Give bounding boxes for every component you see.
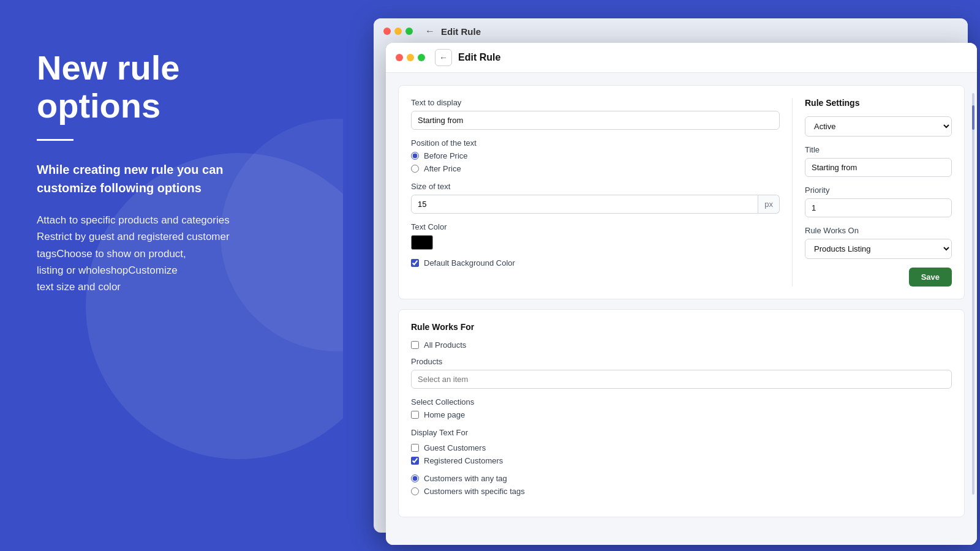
status-group: Active Inactive <box>805 116 952 137</box>
bg-window-dots <box>383 28 413 35</box>
rule-works-on-group: Rule Works On Products Listing All Produ… <box>805 226 952 259</box>
guest-customers-label: Guest Customers <box>424 443 486 452</box>
top-card: Text to display Position of the text Bef… <box>398 85 965 299</box>
specific-tags-label: Customers with specific tags <box>424 487 525 496</box>
specific-tags-radio[interactable] <box>411 487 419 495</box>
save-button[interactable]: Save <box>909 268 952 287</box>
products-label: Products <box>411 357 952 366</box>
customer-tags-group: Customers with any tag Customers with sp… <box>411 474 952 496</box>
registered-customers-row[interactable]: Registered Customers <box>411 456 952 465</box>
position-before-price[interactable]: Before Price <box>411 151 780 160</box>
products-group: Products <box>411 357 952 389</box>
default-bg-label: Default Background Color <box>424 258 515 268</box>
after-price-radio[interactable] <box>411 165 419 173</box>
default-bg-row[interactable]: Default Background Color <box>411 258 780 268</box>
scrollbar-thumb[interactable] <box>972 105 974 130</box>
right-panel: ← Edit Rule ← Edit Rule <box>343 0 980 551</box>
hero-title: New rule options <box>37 49 306 124</box>
rule-works-on-label: Rule Works On <box>805 226 952 235</box>
subtitle: While creating new rule you can customiz… <box>37 160 306 197</box>
any-tag-row[interactable]: Customers with any tag <box>411 474 952 483</box>
all-products-row[interactable]: All Products <box>411 340 952 350</box>
status-select[interactable]: Active Inactive <box>805 116 952 137</box>
main-form: Text to display Position of the text Bef… <box>411 98 780 287</box>
dot-green <box>405 28 413 35</box>
priority-label: Priority <box>805 186 952 195</box>
dot-yellow <box>394 28 402 35</box>
rule-title-group: Title <box>805 145 952 177</box>
left-panel: New rule options While creating new rule… <box>0 0 343 551</box>
before-price-radio[interactable] <box>411 152 419 160</box>
color-group: Text Color <box>411 222 780 250</box>
main-window-dots <box>396 54 425 61</box>
main-titlebar: ← Edit Rule <box>386 43 977 73</box>
bg-title-text: Edit Rule <box>441 26 481 37</box>
color-swatch[interactable] <box>411 235 433 250</box>
all-products-checkbox[interactable] <box>411 341 419 349</box>
window-title-text: Edit Rule <box>458 52 500 63</box>
specific-tags-row[interactable]: Customers with specific tags <box>411 487 952 496</box>
rule-title-input[interactable] <box>805 158 952 177</box>
registered-customers-checkbox[interactable] <box>411 457 419 465</box>
any-tag-radio[interactable] <box>411 474 419 482</box>
registered-customers-label: Registered Customers <box>424 456 503 465</box>
main-dot-yellow <box>407 54 414 61</box>
size-input[interactable] <box>411 195 758 214</box>
position-after-price[interactable]: After Price <box>411 164 780 173</box>
divider <box>37 139 74 141</box>
bg-back-arrow: ← <box>425 26 435 37</box>
main-title: ← Edit Rule <box>435 49 500 66</box>
back-button[interactable]: ← <box>435 49 452 66</box>
card-row: Text to display Position of the text Bef… <box>411 98 952 287</box>
before-price-label: Before Price <box>424 151 468 160</box>
rule-works-for-card: Rule Works For All Products Products Sel… <box>398 309 965 517</box>
all-products-label: All Products <box>424 340 466 350</box>
text-to-display-group: Text to display <box>411 98 780 130</box>
description: Attach to specific products and categori… <box>37 212 306 295</box>
home-page-checkbox[interactable] <box>411 411 419 419</box>
text-to-display-input[interactable] <box>411 111 780 130</box>
position-radio-group: Before Price After Price <box>411 151 780 173</box>
after-price-label: After Price <box>424 164 461 173</box>
guest-customers-row[interactable]: Guest Customers <box>411 443 952 452</box>
guest-customers-checkbox[interactable] <box>411 444 419 452</box>
products-input[interactable] <box>411 370 952 389</box>
rule-settings-title: Rule Settings <box>805 98 952 108</box>
position-group: Position of the text Before Price After … <box>411 138 780 173</box>
window-body: Text to display Position of the text Bef… <box>386 73 977 545</box>
rule-works-on-select[interactable]: Products Listing All Products Product Pa… <box>805 239 952 259</box>
home-page-row[interactable]: Home page <box>411 410 952 419</box>
text-to-display-label: Text to display <box>411 98 780 107</box>
rule-works-for-title: Rule Works For <box>411 322 952 332</box>
main-dot-green <box>418 54 425 61</box>
size-group: Size of text px <box>411 182 780 214</box>
display-text-for-label: Display Text For <box>411 428 952 437</box>
bg-window-title: ← Edit Rule <box>425 26 481 37</box>
priority-input[interactable] <box>805 198 952 217</box>
scrollbar-track[interactable] <box>972 93 974 495</box>
size-unit: px <box>758 195 780 214</box>
default-bg-checkbox[interactable] <box>411 259 419 267</box>
main-dot-red <box>396 54 403 61</box>
bg-window-titlebar: ← Edit Rule <box>374 18 968 44</box>
main-window: ← Edit Rule Text to display Position of <box>386 43 977 545</box>
rule-title-label: Title <box>805 145 952 154</box>
any-tag-label: Customers with any tag <box>424 474 507 483</box>
rule-settings-panel: Rule Settings Active Inactive Title <box>805 98 952 287</box>
position-label: Position of the text <box>411 138 780 148</box>
priority-group: Priority <box>805 186 952 217</box>
size-label: Size of text <box>411 182 780 191</box>
collections-group: Select Collections Home page <box>411 397 952 419</box>
color-label: Text Color <box>411 222 780 231</box>
size-row: px <box>411 195 780 214</box>
home-page-label: Home page <box>424 410 465 419</box>
dot-red <box>383 28 391 35</box>
display-text-for-group: Display Text For Guest Customers Registe… <box>411 428 952 465</box>
vertical-divider <box>792 98 793 287</box>
collections-label: Select Collections <box>411 397 952 407</box>
